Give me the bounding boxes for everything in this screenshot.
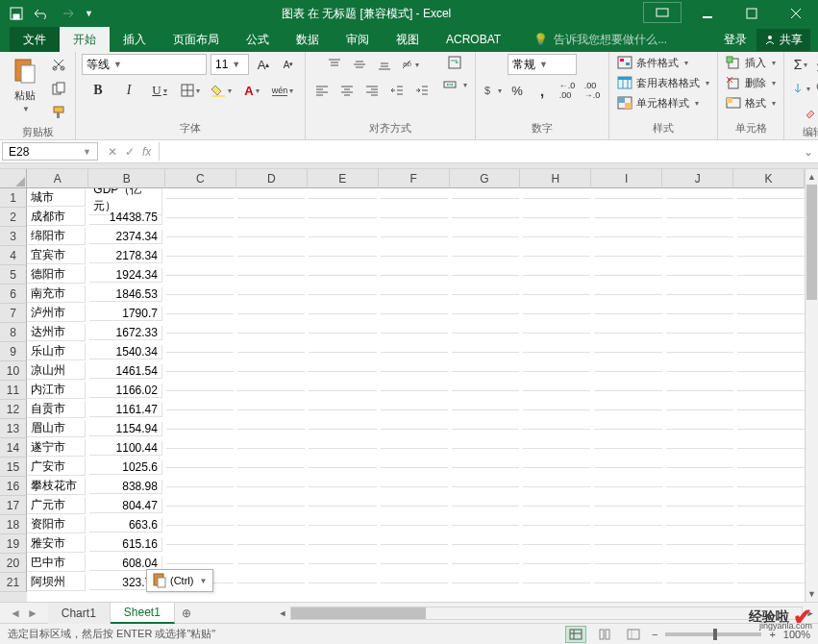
cell[interactable]: [166, 467, 234, 468]
cell[interactable]: [523, 448, 590, 449]
column-header[interactable]: C: [165, 169, 236, 188]
cell[interactable]: 2374.34: [89, 230, 162, 244]
tab-data[interactable]: 数据: [283, 27, 333, 52]
cell[interactable]: 阿坝州: [27, 574, 86, 591]
cell[interactable]: [309, 448, 376, 449]
cell[interactable]: [523, 333, 590, 334]
column-header[interactable]: J: [662, 169, 733, 188]
cell[interactable]: 1461.54: [89, 364, 162, 379]
cell[interactable]: [237, 563, 305, 564]
cell[interactable]: 1166.02: [89, 384, 162, 398]
sheet-tab-sheet1[interactable]: Sheet1: [111, 603, 175, 624]
scrollbar-thumb[interactable]: [806, 185, 817, 300]
share-button[interactable]: 共享: [756, 29, 810, 51]
cell[interactable]: [381, 429, 448, 430]
cell[interactable]: [237, 256, 305, 257]
cell[interactable]: [523, 582, 590, 583]
cell[interactable]: [309, 390, 376, 391]
cell[interactable]: [381, 582, 448, 583]
cell[interactable]: [452, 294, 519, 295]
cell[interactable]: 巴中市: [27, 555, 86, 572]
cell[interactable]: [737, 409, 805, 410]
cell[interactable]: [523, 371, 590, 372]
cell[interactable]: [523, 506, 590, 507]
column-header[interactable]: D: [236, 169, 308, 188]
cell[interactable]: [594, 333, 661, 334]
cell[interactable]: [166, 217, 234, 218]
row-header[interactable]: 5: [0, 265, 27, 285]
zoom-slider[interactable]: [665, 632, 761, 636]
cell[interactable]: [381, 294, 448, 295]
cell[interactable]: [381, 525, 448, 526]
autosum-icon[interactable]: Σ▾: [790, 54, 811, 75]
cell[interactable]: [594, 313, 661, 314]
align-middle-icon[interactable]: [349, 54, 370, 75]
cell[interactable]: [594, 429, 661, 430]
row-header[interactable]: 7: [0, 304, 27, 323]
scroll-down-icon[interactable]: ▼: [806, 586, 818, 602]
cell[interactable]: [237, 198, 305, 199]
increase-font-icon[interactable]: A▴: [253, 54, 274, 75]
cell[interactable]: [309, 198, 376, 199]
comma-format-icon[interactable]: ,: [532, 80, 553, 101]
cell[interactable]: [166, 236, 234, 237]
cell[interactable]: [381, 313, 448, 314]
cell[interactable]: [737, 371, 805, 372]
tab-formulas[interactable]: 公式: [233, 27, 283, 52]
cell[interactable]: 广安市: [27, 458, 86, 476]
row-header[interactable]: 17: [0, 496, 27, 515]
paste-button[interactable]: 粘贴 ▼: [6, 54, 44, 115]
cell[interactable]: 攀枝花市: [27, 478, 86, 495]
cell[interactable]: 2178.34: [89, 249, 162, 263]
cell[interactable]: [237, 486, 305, 487]
cell[interactable]: [666, 313, 733, 314]
page-break-view-icon[interactable]: [623, 626, 644, 643]
cell[interactable]: [737, 429, 805, 430]
ribbon-display-options[interactable]: [643, 2, 682, 23]
accounting-format-icon[interactable]: $▾: [482, 80, 503, 101]
row-header[interactable]: 1: [0, 188, 27, 208]
cell[interactable]: [737, 236, 805, 237]
cell[interactable]: [381, 506, 448, 507]
cell-styles-button[interactable]: 单元格样式▾: [615, 94, 701, 111]
cell[interactable]: [166, 429, 234, 430]
normal-view-icon[interactable]: [565, 626, 586, 643]
cell[interactable]: [166, 390, 234, 391]
cell[interactable]: [594, 486, 661, 487]
merge-center-button[interactable]: ▾: [440, 76, 469, 93]
cell[interactable]: [452, 390, 519, 391]
cell[interactable]: [523, 486, 590, 487]
cell[interactable]: [237, 217, 305, 218]
cell[interactable]: [237, 467, 305, 468]
font-name-combo[interactable]: 等线▼: [82, 54, 207, 75]
cell[interactable]: [666, 236, 733, 237]
cell[interactable]: 资阳市: [27, 516, 86, 533]
align-right-icon[interactable]: [361, 80, 383, 101]
minimize-button[interactable]: [685, 0, 730, 27]
cell[interactable]: 凉山州: [27, 362, 86, 380]
cell[interactable]: [594, 294, 661, 295]
cell[interactable]: [309, 371, 376, 372]
row-header[interactable]: 12: [0, 400, 27, 419]
border-button[interactable]: ▾: [180, 80, 201, 101]
cell[interactable]: [666, 448, 733, 449]
cell[interactable]: [523, 198, 590, 199]
cell[interactable]: [594, 467, 661, 468]
column-header[interactable]: H: [520, 169, 591, 188]
column-header[interactable]: B: [88, 169, 165, 188]
tab-file[interactable]: 文件: [10, 27, 60, 52]
italic-button[interactable]: I: [118, 80, 139, 101]
expand-formula-bar-icon[interactable]: ⌄: [799, 140, 818, 162]
cell[interactable]: 838.98: [89, 480, 162, 494]
cell[interactable]: [381, 467, 448, 468]
cell[interactable]: [594, 217, 661, 218]
cell[interactable]: [452, 525, 519, 526]
number-format-combo[interactable]: 常规▼: [508, 54, 577, 75]
cell[interactable]: [523, 352, 590, 353]
cell[interactable]: 14438.75: [89, 211, 162, 225]
cell[interactable]: [523, 256, 590, 257]
cell[interactable]: [452, 486, 519, 487]
cell[interactable]: [523, 294, 590, 295]
scroll-left-icon[interactable]: ◄: [275, 608, 290, 618]
cell[interactable]: [309, 352, 376, 353]
